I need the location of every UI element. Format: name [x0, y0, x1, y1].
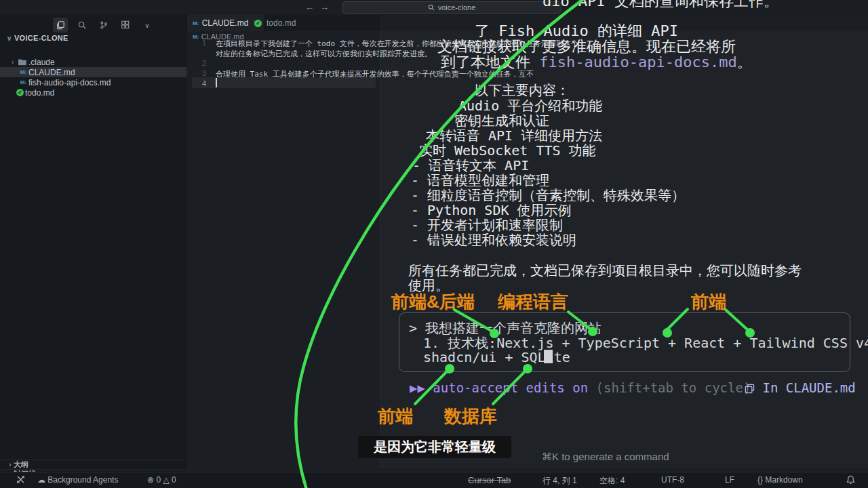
- file-label: fish-audio-api-docs.md: [28, 78, 111, 87]
- annotation-label-frontend-bottom: 前端: [378, 405, 413, 428]
- line-col-item[interactable]: 行 4, 列 1: [542, 475, 577, 487]
- file-label: CLAUDE.md: [28, 68, 75, 77]
- extensions-icon[interactable]: [118, 18, 133, 33]
- error-icon: ⊗: [147, 475, 154, 485]
- sidebar-item-todo-md[interactable]: ✓ todo.md: [0, 87, 186, 98]
- notifications-bell-icon[interactable]: [846, 475, 855, 487]
- language-item[interactable]: {} Markdown: [757, 475, 803, 485]
- auto-accept-label: auto-accept edits on: [433, 380, 588, 395]
- background-agents-item[interactable]: ☁ Background Agents: [37, 475, 118, 485]
- double-arrow-icon: ▶▶: [410, 380, 425, 395]
- remote-icon[interactable]: [16, 475, 25, 486]
- annotation-label-programming-language: 编程语言: [498, 290, 568, 314]
- text-cursor: [544, 350, 553, 363]
- cursor-tab-item[interactable]: Cursor Tab: [468, 475, 511, 485]
- sidebar-item-claude-folder[interactable]: › .claude: [0, 57, 186, 67]
- line-number: 2: [193, 59, 206, 67]
- eol-item[interactable]: LF: [725, 475, 734, 485]
- annotation-label-frontend-backend: 前端&后端: [391, 290, 475, 314]
- panel-label: 大纲: [14, 460, 28, 470]
- line-number: 1: [193, 39, 206, 47]
- editor-caret: [216, 78, 217, 87]
- editor-line[interactable]: 对应的任务标记为已完成，这样可以方便我们实时跟踪开发进度。: [216, 49, 432, 59]
- search-value: voice-clone: [438, 3, 476, 12]
- search-panel-icon[interactable]: [75, 18, 90, 33]
- file-link: fish-audio-api-docs.md: [539, 54, 736, 70]
- tab-label: todo.md: [267, 18, 296, 28]
- encoding-item[interactable]: UTF-8: [661, 475, 684, 485]
- app-window: ← → voice-clone ∨ ∨ VOICE-CLONE: [0, 0, 868, 488]
- source-control-icon[interactable]: [96, 18, 111, 33]
- line-number: 4: [193, 79, 206, 87]
- annotation-label-database: 数据库: [444, 405, 497, 428]
- cycle-hint: (shift+tab to cycle): [596, 380, 751, 395]
- context-label: In CLAUDE.md: [762, 380, 855, 395]
- context-indicator: In CLAUDE.md: [745, 380, 856, 395]
- line-number: 3: [193, 69, 206, 77]
- cloud-icon: ☁: [37, 475, 45, 485]
- context-file-icon: [745, 384, 755, 394]
- markdown-icon: M↓: [193, 20, 199, 26]
- problems-item[interactable]: ⊗ 0 △ 0: [147, 475, 176, 485]
- chevron-down-icon[interactable]: ∨: [140, 18, 155, 33]
- markdown-icon: M↓: [18, 79, 28, 85]
- annotation-label-frontend-top: 前端: [691, 290, 726, 314]
- indent-item[interactable]: 空格: 4: [599, 475, 625, 487]
- chevron-right-icon: ›: [7, 461, 14, 468]
- file-label: todo.md: [25, 88, 54, 98]
- terminal-list-item: - 错误处理和依赖安装说明: [411, 231, 576, 249]
- chevron-right-icon: ›: [9, 58, 16, 66]
- check-circle-icon: ✓: [254, 20, 262, 27]
- terminal-line: 到了本地文件 fish-audio-api-docs.md。: [441, 52, 752, 73]
- sidebar-toolbar: ∨: [53, 18, 155, 33]
- markdown-icon: M↓: [18, 69, 28, 75]
- terminal-summary: 所有任务都已完成，文档已保存到项目根目录中，您可以随时参考: [408, 262, 802, 280]
- prompt-chevron: >: [409, 320, 417, 336]
- command-center-search[interactable]: voice-clone: [342, 1, 561, 14]
- auto-accept-row[interactable]: ▶▶ auto-accept edits on (shift+tab to cy…: [410, 380, 751, 395]
- outline-panel-header[interactable]: › 大纲: [0, 460, 186, 469]
- status-bar: ☁ Background Agents ⊗ 0 △ 0 Cursor Tab 行…: [0, 472, 868, 488]
- forward-icon[interactable]: →: [320, 2, 329, 12]
- cmd-k-hint: ⌘K to generate a command: [542, 451, 669, 463]
- terminal-line-clipped: dio API 文档的查询和保存工作。: [542, 0, 778, 12]
- workspace-root[interactable]: ∨ VOICE-CLONE: [7, 34, 68, 42]
- tab-label: CLAUDE.md: [202, 18, 249, 28]
- file-label: .claude: [28, 58, 55, 67]
- warning-icon: △: [163, 475, 169, 485]
- sidebar-item-fish-audio-api-docs[interactable]: M↓ fish-audio-api-docs.md: [0, 77, 186, 87]
- tab-todo-md[interactable]: ✓ todo.md: [247, 15, 301, 31]
- video-subtitle: 是因为它非常轻量级: [358, 436, 511, 458]
- back-icon[interactable]: ←: [305, 2, 314, 12]
- check-circle-icon: ✓: [16, 89, 24, 96]
- search-icon: [428, 4, 435, 11]
- explorer-sidebar: ∨ ∨ VOICE-CLONE › .claude M↓ CLAUDE.md M…: [0, 15, 186, 472]
- sidebar-item-claude-md[interactable]: M↓ CLAUDE.md: [0, 67, 186, 77]
- chevron-down-icon: ∨: [7, 35, 12, 42]
- explorer-icon[interactable]: [53, 18, 68, 33]
- tab-bar: M↓ CLAUDE.md × ✓ todo.md: [187, 15, 380, 31]
- folder-icon: [18, 58, 26, 66]
